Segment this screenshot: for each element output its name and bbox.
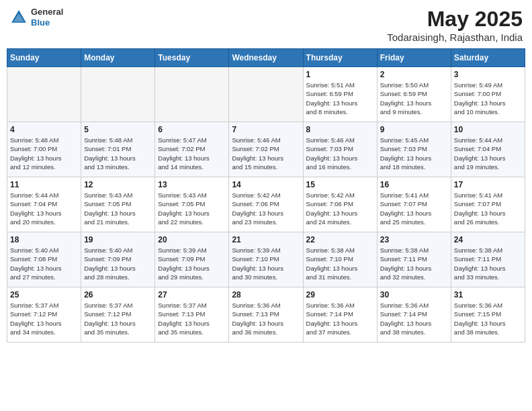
day-info: Sunrise: 5:42 AM Sunset: 7:06 PM Dayligh…: [306, 191, 374, 226]
calendar-cell: 8Sunrise: 5:46 AM Sunset: 7:03 PM Daylig…: [303, 122, 377, 177]
calendar-cell: 11Sunrise: 5:44 AM Sunset: 7:04 PM Dayli…: [7, 177, 81, 232]
day-info: Sunrise: 5:40 AM Sunset: 7:09 PM Dayligh…: [84, 246, 152, 281]
day-number: 18: [10, 235, 78, 244]
day-number: 13: [158, 180, 226, 189]
title-block: May 2025 Todaraisingh, Rajasthan, India: [387, 7, 523, 43]
calendar-cell: 27Sunrise: 5:37 AM Sunset: 7:13 PM Dayli…: [155, 287, 229, 342]
day-number: 2: [380, 70, 448, 79]
day-number: 4: [10, 125, 78, 134]
day-info: Sunrise: 5:39 AM Sunset: 7:09 PM Dayligh…: [158, 246, 226, 281]
calendar-week-row: 4Sunrise: 5:48 AM Sunset: 7:00 PM Daylig…: [7, 122, 525, 177]
calendar-cell: 10Sunrise: 5:44 AM Sunset: 7:04 PM Dayli…: [451, 122, 525, 177]
calendar-cell: 16Sunrise: 5:41 AM Sunset: 7:07 PM Dayli…: [377, 177, 451, 232]
day-number: 15: [306, 180, 374, 189]
calendar-cell: 4Sunrise: 5:48 AM Sunset: 7:00 PM Daylig…: [7, 122, 81, 177]
calendar-cell: 14Sunrise: 5:42 AM Sunset: 7:06 PM Dayli…: [229, 177, 303, 232]
calendar-cell: 5Sunrise: 5:48 AM Sunset: 7:01 PM Daylig…: [81, 122, 155, 177]
day-number: 9: [380, 125, 448, 134]
day-info: Sunrise: 5:47 AM Sunset: 7:02 PM Dayligh…: [158, 136, 226, 171]
day-number: 30: [380, 290, 448, 300]
logo-blue: Blue: [31, 17, 63, 28]
day-info: Sunrise: 5:41 AM Sunset: 7:07 PM Dayligh…: [454, 191, 522, 226]
calendar-cell: 23Sunrise: 5:38 AM Sunset: 7:11 PM Dayli…: [377, 232, 451, 287]
day-number: 20: [158, 235, 226, 244]
day-number: 23: [380, 235, 448, 244]
calendar-subtitle: Todaraisingh, Rajasthan, India: [387, 32, 523, 43]
calendar-cell: 18Sunrise: 5:40 AM Sunset: 7:08 PM Dayli…: [7, 232, 81, 287]
day-number: 24: [454, 235, 522, 244]
calendar-cell: [7, 67, 81, 122]
day-info: Sunrise: 5:36 AM Sunset: 7:14 PM Dayligh…: [306, 301, 374, 336]
day-info: Sunrise: 5:45 AM Sunset: 7:03 PM Dayligh…: [380, 136, 448, 171]
day-number: 14: [232, 180, 300, 189]
calendar-cell: 9Sunrise: 5:45 AM Sunset: 7:03 PM Daylig…: [377, 122, 451, 177]
weekday-header: Saturday: [451, 49, 525, 67]
day-number: 31: [454, 290, 522, 300]
page-header: General Blue May 2025 Todaraisingh, Raja…: [7, 7, 525, 43]
calendar-cell: 28Sunrise: 5:36 AM Sunset: 7:13 PM Dayli…: [229, 287, 303, 342]
day-number: 8: [306, 125, 374, 134]
day-info: Sunrise: 5:46 AM Sunset: 7:03 PM Dayligh…: [306, 136, 374, 171]
day-info: Sunrise: 5:38 AM Sunset: 7:11 PM Dayligh…: [454, 246, 522, 281]
calendar-cell: 21Sunrise: 5:39 AM Sunset: 7:10 PM Dayli…: [229, 232, 303, 287]
calendar-cell: 25Sunrise: 5:37 AM Sunset: 7:12 PM Dayli…: [7, 287, 81, 342]
calendar-cell: 2Sunrise: 5:50 AM Sunset: 6:59 PM Daylig…: [377, 67, 451, 122]
day-info: Sunrise: 5:37 AM Sunset: 7:12 PM Dayligh…: [10, 301, 78, 336]
logo: General Blue: [9, 7, 63, 28]
calendar-week-row: 25Sunrise: 5:37 AM Sunset: 7:12 PM Dayli…: [7, 287, 525, 342]
day-info: Sunrise: 5:44 AM Sunset: 7:04 PM Dayligh…: [454, 136, 522, 171]
day-number: 11: [10, 180, 78, 189]
calendar-cell: 20Sunrise: 5:39 AM Sunset: 7:09 PM Dayli…: [155, 232, 229, 287]
weekday-header: Sunday: [7, 49, 81, 67]
weekday-header: Thursday: [303, 49, 377, 67]
calendar-cell: 26Sunrise: 5:37 AM Sunset: 7:12 PM Dayli…: [81, 287, 155, 342]
calendar-cell: 15Sunrise: 5:42 AM Sunset: 7:06 PM Dayli…: [303, 177, 377, 232]
day-info: Sunrise: 5:49 AM Sunset: 7:00 PM Dayligh…: [454, 81, 522, 116]
day-info: Sunrise: 5:36 AM Sunset: 7:14 PM Dayligh…: [380, 301, 448, 336]
day-info: Sunrise: 5:42 AM Sunset: 7:06 PM Dayligh…: [232, 191, 300, 226]
calendar-cell: 1Sunrise: 5:51 AM Sunset: 6:59 PM Daylig…: [303, 67, 377, 122]
day-info: Sunrise: 5:51 AM Sunset: 6:59 PM Dayligh…: [306, 81, 374, 116]
day-number: 7: [232, 125, 300, 134]
calendar-cell: 22Sunrise: 5:38 AM Sunset: 7:10 PM Dayli…: [303, 232, 377, 287]
day-number: 27: [158, 290, 226, 300]
logo-icon: [9, 8, 28, 27]
calendar-cell: [229, 67, 303, 122]
day-number: 22: [306, 235, 374, 244]
day-number: 21: [232, 235, 300, 244]
calendar-week-row: 11Sunrise: 5:44 AM Sunset: 7:04 PM Dayli…: [7, 177, 525, 232]
calendar-cell: 17Sunrise: 5:41 AM Sunset: 7:07 PM Dayli…: [451, 177, 525, 232]
calendar-cell: 6Sunrise: 5:47 AM Sunset: 7:02 PM Daylig…: [155, 122, 229, 177]
calendar-cell: 19Sunrise: 5:40 AM Sunset: 7:09 PM Dayli…: [81, 232, 155, 287]
day-number: 28: [232, 290, 300, 300]
day-info: Sunrise: 5:48 AM Sunset: 7:00 PM Dayligh…: [10, 136, 78, 171]
day-info: Sunrise: 5:46 AM Sunset: 7:02 PM Dayligh…: [232, 136, 300, 171]
weekday-header-row: SundayMondayTuesdayWednesdayThursdayFrid…: [7, 49, 525, 67]
day-number: 29: [306, 290, 374, 300]
calendar-cell: 29Sunrise: 5:36 AM Sunset: 7:14 PM Dayli…: [303, 287, 377, 342]
day-info: Sunrise: 5:37 AM Sunset: 7:13 PM Dayligh…: [158, 301, 226, 336]
day-number: 19: [84, 235, 152, 244]
calendar-cell: 3Sunrise: 5:49 AM Sunset: 7:00 PM Daylig…: [451, 67, 525, 122]
weekday-header: Monday: [81, 49, 155, 67]
day-number: 5: [84, 125, 152, 134]
day-info: Sunrise: 5:36 AM Sunset: 7:13 PM Dayligh…: [232, 301, 300, 336]
day-info: Sunrise: 5:43 AM Sunset: 7:05 PM Dayligh…: [158, 191, 226, 226]
day-number: 1: [306, 70, 374, 79]
weekday-header: Tuesday: [155, 49, 229, 67]
calendar-cell: [155, 67, 229, 122]
calendar-cell: 13Sunrise: 5:43 AM Sunset: 7:05 PM Dayli…: [155, 177, 229, 232]
calendar-cell: 12Sunrise: 5:43 AM Sunset: 7:05 PM Dayli…: [81, 177, 155, 232]
day-info: Sunrise: 5:40 AM Sunset: 7:08 PM Dayligh…: [10, 246, 78, 281]
day-info: Sunrise: 5:38 AM Sunset: 7:10 PM Dayligh…: [306, 246, 374, 281]
day-info: Sunrise: 5:48 AM Sunset: 7:01 PM Dayligh…: [84, 136, 152, 171]
weekday-header: Wednesday: [229, 49, 303, 67]
day-info: Sunrise: 5:37 AM Sunset: 7:12 PM Dayligh…: [84, 301, 152, 336]
day-info: Sunrise: 5:36 AM Sunset: 7:15 PM Dayligh…: [454, 301, 522, 336]
day-number: 26: [84, 290, 152, 300]
day-info: Sunrise: 5:50 AM Sunset: 6:59 PM Dayligh…: [380, 81, 448, 116]
day-number: 3: [454, 70, 522, 79]
day-info: Sunrise: 5:38 AM Sunset: 7:11 PM Dayligh…: [380, 246, 448, 281]
calendar-cell: 31Sunrise: 5:36 AM Sunset: 7:15 PM Dayli…: [451, 287, 525, 342]
day-info: Sunrise: 5:41 AM Sunset: 7:07 PM Dayligh…: [380, 191, 448, 226]
